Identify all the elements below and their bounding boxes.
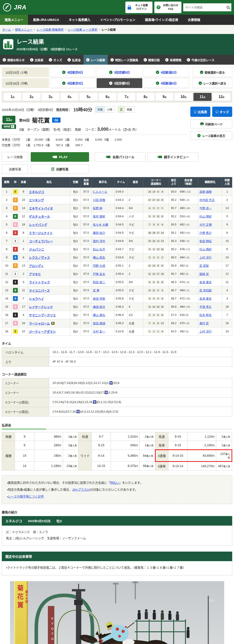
trainer-link[interactable]: 上村 洋行 [199,256,212,259]
print-page-button[interactable]: 印刷用ページ [190,120,232,128]
race-number-button[interactable]: 10R [175,93,192,101]
trainer-link[interactable]: 高柳 瑞樹 [199,190,212,194]
sub-nav-item[interactable]: 特別レース登録馬 [108,55,141,65]
breadcrumb-link[interactable]: レース結果 [101,28,116,31]
trainer-link[interactable]: 上村 洋行 [199,330,212,333]
sub-nav-item[interactable]: 払戻金 [65,55,83,65]
sub-nav-item[interactable]: オッズ [46,55,65,65]
jockey-link[interactable]: 横山 典弘 [93,314,105,317]
race-number-button[interactable]: 2R [23,93,40,101]
sub-nav-item[interactable]: 開催お知らせ [0,55,27,65]
jockey-link[interactable]: 嶋田 純次 [93,305,105,308]
jockey-link[interactable]: 北村 友一 [93,330,105,333]
breadcrumb-link[interactable]: レース結果 レース選択 [68,28,97,31]
sub-nav-item[interactable]: 出馬表 [27,55,46,65]
sub-nav-item[interactable]: 馬場情報 [163,55,184,65]
note-link[interactable]: レースや騎手等につく記号 [8,495,44,498]
meeting-button[interactable]: 3回京都9日 [97,78,142,88]
jockey-link[interactable]: 横山 和生 [93,256,105,259]
jockey-link[interactable]: 川田 将雅 [93,198,105,202]
note-link[interactable]: 特払い [110,481,119,484]
trainer-link[interactable]: 杉山 晴紀 [199,248,212,251]
shutsuba-button[interactable]: 出馬表 [190,107,210,117]
trainer-link[interactable]: 中内田 充正 [199,198,215,202]
jockey-link[interactable]: 戸崎 圭太 [93,272,105,276]
back-button[interactable]: 開催選択へ戻る [193,67,232,77]
main-nav-item[interactable]: 競馬メニュー [0,15,28,25]
meeting-button[interactable]: 4回新潟3日 [144,67,189,77]
finish-photo-button[interactable]: 決勝写真 [31,164,89,174]
meeting-button[interactable]: 4回新潟4日 [144,78,189,88]
horse-link[interactable]: ラーシャローム [29,322,50,325]
jockey-link[interactable]: 藤岡 佑介 [93,231,105,234]
trainer-link[interactable]: 武 幸四郎 [199,289,212,292]
jockey-link[interactable]: 荻野 極 [93,206,102,210]
meeting-button[interactable]: 4回東京8日 [50,67,95,77]
note-link[interactable]: JRAプラス10 [72,488,90,492]
jockey-link[interactable]: 団野 大成 [93,264,105,268]
result-guide-button[interactable]: レース結果の見方 [190,131,232,140]
horse-link[interactable]: ヤマニンブークリエ [29,314,56,317]
trainer-link[interactable]: 国枝 栄 [199,272,209,276]
horse-link[interactable]: レクスノヴァス [29,256,50,260]
back-button[interactable]: レース選択へ戻る [193,78,232,88]
main-nav-item[interactable]: ネット馬券購入 [64,15,95,25]
race-number-button[interactable]: 8R [137,93,154,101]
jockey-link[interactable]: 坂井 瑠星 [93,215,105,218]
sub-nav-item[interactable]: 開催日程 [141,55,163,65]
horse-link[interactable]: エリキング [29,198,44,202]
jockey-link[interactable]: 和田 竜二 [93,280,105,284]
play-button[interactable]: PLAY [31,152,89,162]
trainer-link[interactable]: 友道 康夫 [199,297,212,300]
jockey-link[interactable]: 岩田 望来 [93,297,105,300]
horse-link[interactable]: ライトトラック [29,281,50,284]
horse-link[interactable]: マイユニバース [29,289,50,292]
trainer-link[interactable]: 大竹 正博 [199,223,212,226]
horse-link[interactable]: アマキヒ [29,272,41,276]
horse-link[interactable]: コーチェラバレー [29,240,53,243]
main-nav-item[interactable]: 競馬場・ウインズ・指定席 [140,15,183,25]
horse-link[interactable]: ミラージュナイト [29,232,53,235]
race-number-button[interactable]: 12R [213,93,230,101]
jockey-link[interactable]: 松山 弘平 [93,248,105,251]
breadcrumb-link[interactable]: 競馬メニュー [15,28,33,31]
search-input[interactable] [185,6,227,9]
horse-link[interactable]: エネルジコ [29,190,44,194]
jockey-link[interactable]: 岩田 康誠 [93,322,105,325]
jockey-link[interactable]: 武 豊 [93,289,99,292]
jockey-interview-button[interactable]: 騎手インタビュー [148,152,198,162]
jra-logo[interactable]: JRA [3,3,27,12]
main-nav-item[interactable]: イベント・プロモーション [95,15,140,25]
odds-button[interactable]: オッズ [212,107,232,117]
horse-link[interactable]: ジーティーアダマン [29,330,56,334]
race-number-button[interactable]: 11R [193,93,211,101]
net-voting-login-button[interactable]: ネット投票 ログイン [125,2,153,13]
race-number-button[interactable]: 1R [4,93,21,101]
main-nav-item[interactable]: 企業情報 [183,15,205,25]
trainer-link[interactable]: 奥村 武 [199,322,209,325]
horse-link[interactable]: アロンディ [29,264,44,268]
race-number-button[interactable]: 5R [79,93,97,101]
race-number-button[interactable]: 4R [61,93,78,101]
horse-link[interactable]: レイヤードレッド [29,306,53,309]
jockey-link[interactable]: C.ルメール [93,190,107,194]
breadcrumb-link[interactable]: ホーム [2,28,11,31]
trainer-link[interactable]: 安田 翔伍 [199,240,212,243]
trainer-link[interactable]: 友道 康夫 [199,280,212,284]
race-number-button[interactable]: 7R [118,93,135,101]
race-number-button[interactable]: 3R [42,93,59,101]
trainer-link[interactable]: 手塚 貴久 [199,305,212,308]
horse-link[interactable]: ゲルチュタール [29,215,50,218]
trainer-link[interactable]: 武 英智 [199,264,209,268]
horse-link[interactable]: レッドバンデ [29,223,47,226]
jockey-link[interactable]: 佐々木 大輔 [93,223,108,226]
horse-link[interactable]: エキサイトバイオ [29,207,53,210]
horse-link[interactable]: ショウヘイ [29,297,44,300]
sub-nav-item[interactable]: 今週の注目レース [184,55,217,65]
meeting-button[interactable]: 4回東京9日 [50,78,95,88]
trainer-link[interactable]: 辻野 泰之 [199,231,212,234]
horse-link[interactable]: ジョバンニ [29,248,44,251]
race-number-button[interactable]: 6R [99,93,116,101]
search-icon[interactable] [227,6,229,9]
trainer-link[interactable]: 松永 幹夫 [199,314,212,317]
